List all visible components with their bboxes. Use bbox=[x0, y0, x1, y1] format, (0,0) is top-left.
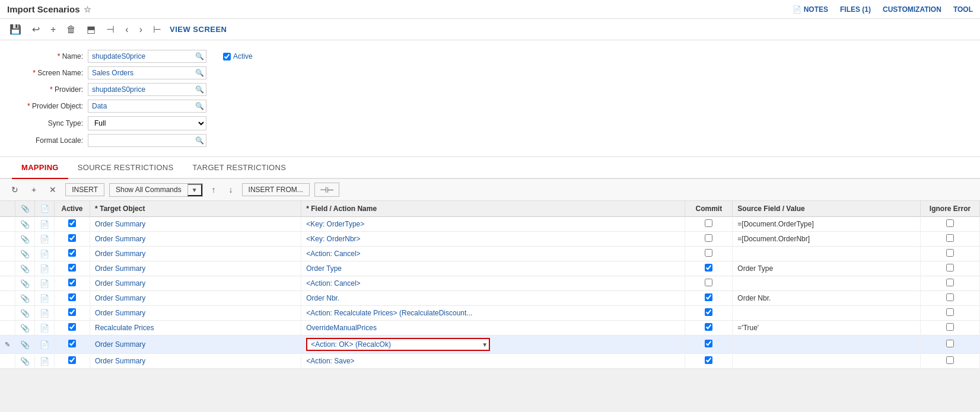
row-ignore-checkbox[interactable] bbox=[946, 249, 954, 257]
tab-target-restrictions[interactable]: TARGET RESTRICTIONS bbox=[183, 157, 296, 179]
attachment-icon[interactable]: 📎 bbox=[20, 279, 30, 288]
row-commit-checkbox[interactable] bbox=[705, 249, 712, 257]
row-commit-checkbox[interactable] bbox=[705, 340, 712, 347]
row-note[interactable]: 📄 bbox=[35, 247, 55, 261]
row-attachment[interactable]: 📎 bbox=[15, 247, 35, 261]
tab-mapping[interactable]: MAPPING bbox=[12, 157, 68, 179]
favorite-icon[interactable]: ☆ bbox=[84, 5, 91, 14]
copy-paste-button[interactable]: ⬒ bbox=[84, 23, 98, 36]
map-add-button[interactable]: + bbox=[27, 183, 40, 196]
row-note[interactable]: 📄 bbox=[35, 321, 55, 336]
note-icon[interactable]: 📄 bbox=[40, 324, 49, 333]
note-icon[interactable]: 📄 bbox=[40, 357, 49, 366]
save-button[interactable]: 💾 bbox=[7, 23, 24, 36]
row-note[interactable]: 📄 bbox=[35, 232, 55, 247]
row-note[interactable]: 📄 bbox=[35, 336, 55, 354]
row-note[interactable]: 📄 bbox=[35, 291, 55, 306]
row-ignore-checkbox[interactable] bbox=[946, 279, 954, 286]
attachment-icon[interactable]: 📎 bbox=[20, 357, 30, 366]
row-commit-checkbox[interactable] bbox=[705, 219, 712, 227]
name-search-icon[interactable]: 🔍 bbox=[195, 52, 204, 60]
provider-object-input[interactable] bbox=[88, 100, 206, 113]
row-active-checkbox[interactable] bbox=[68, 340, 76, 347]
note-icon[interactable]: 📄 bbox=[40, 340, 49, 349]
row-ignore-checkbox[interactable] bbox=[946, 340, 954, 347]
row-ignore-checkbox[interactable] bbox=[946, 308, 954, 316]
name-input[interactable] bbox=[88, 50, 206, 63]
note-icon[interactable]: 📄 bbox=[40, 264, 49, 273]
notes-button[interactable]: 📄 NOTES bbox=[793, 5, 828, 14]
row-active-checkbox[interactable] bbox=[68, 323, 76, 331]
note-icon[interactable]: 📄 bbox=[40, 279, 49, 288]
map-delete-button[interactable]: ✕ bbox=[45, 183, 61, 196]
screen-name-search-icon[interactable]: 🔍 bbox=[195, 69, 204, 77]
sync-type-select[interactable]: Full bbox=[88, 116, 206, 130]
row-ignore-checkbox[interactable] bbox=[946, 234, 954, 242]
provider-object-search-icon[interactable]: 🔍 bbox=[195, 102, 204, 110]
field-action-dropdown[interactable]: <Action: OK> (RecalcOk) bbox=[306, 338, 490, 351]
attachment-icon[interactable]: 📎 bbox=[20, 294, 30, 303]
attachment-icon[interactable]: 📎 bbox=[20, 220, 30, 229]
insert-from-button[interactable]: INSERT FROM... bbox=[242, 183, 310, 196]
row-active-checkbox[interactable] bbox=[68, 356, 76, 364]
attachment-icon[interactable]: 📎 bbox=[20, 264, 30, 273]
row-field-action[interactable]: <Action: OK> (RecalcOk)▼ bbox=[301, 336, 685, 354]
row-commit-checkbox[interactable] bbox=[705, 279, 712, 286]
row-commit-checkbox[interactable] bbox=[705, 323, 712, 331]
format-locale-search-icon[interactable]: 🔍 bbox=[195, 136, 204, 145]
fit-columns-button[interactable]: ⊣⊢ bbox=[314, 183, 339, 197]
row-attachment[interactable]: 📎 bbox=[15, 217, 35, 232]
show-commands-button[interactable]: Show All Commands bbox=[110, 184, 187, 196]
add-button[interactable]: + bbox=[48, 23, 58, 36]
first-button[interactable]: ⊣ bbox=[104, 23, 117, 36]
undo-button[interactable]: ↩ bbox=[30, 23, 42, 36]
attachment-icon[interactable]: 📎 bbox=[20, 235, 30, 244]
show-commands-dropdown-button[interactable]: ▼ bbox=[187, 184, 202, 196]
row-ignore-checkbox[interactable] bbox=[946, 356, 954, 364]
row-note[interactable]: 📄 bbox=[35, 276, 55, 291]
row-commit-checkbox[interactable] bbox=[705, 308, 712, 316]
row-commit-checkbox[interactable] bbox=[705, 264, 712, 272]
view-screen-label[interactable]: VIEW SCREEN bbox=[170, 25, 227, 34]
provider-search-icon[interactable]: 🔍 bbox=[195, 85, 204, 94]
last-button[interactable]: ⊢ bbox=[151, 23, 164, 36]
attachment-icon[interactable]: 📎 bbox=[20, 309, 30, 318]
row-note[interactable]: 📄 bbox=[35, 354, 55, 369]
prev-button[interactable]: ‹ bbox=[123, 23, 131, 36]
row-active-checkbox[interactable] bbox=[68, 234, 76, 242]
row-commit-checkbox[interactable] bbox=[705, 234, 712, 242]
row-commit-checkbox[interactable] bbox=[705, 356, 712, 364]
insert-button[interactable]: INSERT bbox=[65, 183, 104, 196]
customization-button[interactable]: CUSTOMIZATION bbox=[883, 5, 941, 14]
note-icon[interactable]: 📄 bbox=[40, 220, 49, 229]
row-ignore-checkbox[interactable] bbox=[946, 323, 954, 331]
move-down-button[interactable]: ↓ bbox=[225, 183, 237, 196]
row-active-checkbox[interactable] bbox=[68, 219, 76, 227]
row-active-checkbox[interactable] bbox=[68, 279, 76, 286]
files-button[interactable]: FILES (1) bbox=[840, 5, 871, 14]
note-icon[interactable]: 📄 bbox=[40, 309, 49, 318]
row-ignore-checkbox[interactable] bbox=[946, 219, 954, 227]
note-icon[interactable]: 📄 bbox=[40, 235, 49, 244]
row-ignore-checkbox[interactable] bbox=[946, 293, 954, 301]
attachment-icon[interactable]: 📎 bbox=[20, 340, 30, 349]
refresh-button[interactable]: ↻ bbox=[7, 183, 23, 196]
row-attachment[interactable]: 📎 bbox=[15, 276, 35, 291]
attachment-icon[interactable]: 📎 bbox=[20, 250, 30, 258]
row-attachment[interactable]: 📎 bbox=[15, 232, 35, 247]
row-note[interactable]: 📄 bbox=[35, 261, 55, 276]
tab-source-restrictions[interactable]: SOURCE RESTRICTIONS bbox=[68, 157, 183, 179]
row-active-checkbox[interactable] bbox=[68, 249, 76, 257]
note-icon[interactable]: 📄 bbox=[40, 294, 49, 303]
row-attachment[interactable]: 📎 bbox=[15, 336, 35, 354]
row-note[interactable]: 📄 bbox=[35, 306, 55, 321]
format-locale-input[interactable] bbox=[88, 134, 206, 147]
next-button[interactable]: › bbox=[137, 23, 145, 36]
tool-button[interactable]: TOOL bbox=[953, 5, 973, 14]
row-commit-checkbox[interactable] bbox=[705, 293, 712, 301]
delete-button[interactable]: 🗑 bbox=[64, 23, 78, 36]
row-active-checkbox[interactable] bbox=[68, 308, 76, 316]
attachment-icon[interactable]: 📎 bbox=[20, 324, 30, 333]
row-active-checkbox[interactable] bbox=[68, 293, 76, 301]
move-up-button[interactable]: ↑ bbox=[208, 183, 220, 196]
